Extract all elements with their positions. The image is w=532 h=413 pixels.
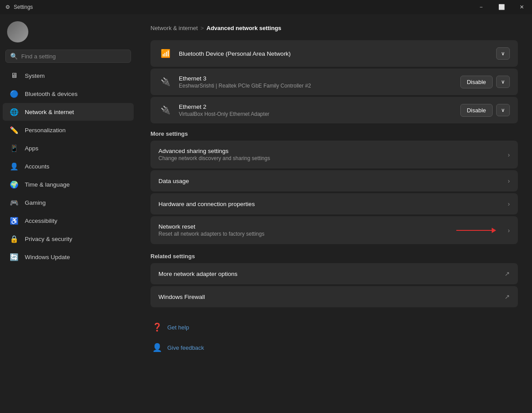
bottom-link-give-feedback[interactable]: 👤 Give feedback: [150, 338, 518, 357]
more-setting-advanced-sharing[interactable]: Advanced sharing settings Change network…: [150, 141, 518, 168]
nav-label-apps: Apps: [25, 145, 39, 152]
chevron-right-icon: ›: [508, 200, 510, 207]
more-title-advanced-sharing: Advanced sharing settings: [158, 148, 501, 154]
adapter-card-ethernet3[interactable]: 🔌 Ethernet 3 EeshwarSrishti | Realtek PC…: [150, 69, 518, 95]
more-title-hardware-props: Hardware and connection properties: [158, 201, 501, 207]
adapter-title-ethernet2: Ethernet 2: [179, 103, 454, 110]
sidebar-item-system[interactable]: 🖥 System: [3, 67, 134, 84]
titlebar-left: ⚙ Settings: [5, 4, 33, 10]
reset-subtitle: Reset all network adapters to factory se…: [158, 231, 450, 237]
related-settings-list: More network adapter options ↗ Windows F…: [150, 263, 518, 307]
adapter-icon-ethernet2: 🔌: [158, 103, 173, 117]
sidebar-item-gaming[interactable]: 🎮 Gaming: [3, 194, 134, 211]
bottom-link-icon-get-help: ❓: [152, 322, 162, 332]
avatar: [7, 21, 28, 42]
breadcrumb-separator: >: [200, 25, 204, 31]
chevron-right-icon: ›: [508, 151, 510, 158]
more-setting-network-reset[interactable]: Network reset Reset all network adapters…: [150, 216, 518, 244]
disable-button-ethernet2[interactable]: Disable: [460, 104, 493, 117]
nav-label-gaming: Gaming: [25, 199, 46, 206]
more-title-data-usage: Data usage: [158, 178, 501, 184]
arrow-line: [456, 230, 492, 231]
search-icon: 🔍: [10, 53, 18, 60]
related-card-more-adapter-options[interactable]: More network adapter options ↗: [150, 263, 518, 284]
disable-button-ethernet3[interactable]: Disable: [460, 76, 493, 88]
nav-label-windowsupdate: Windows Update: [25, 254, 70, 260]
titlebar-controls: − ⬜ ✕: [471, 0, 532, 14]
nav-icon-system: 🖥: [10, 71, 19, 80]
adapter-icon-bluetooth-pan: 📶: [158, 46, 173, 61]
nav-icon-accessibility: ♿: [10, 216, 19, 225]
bottom-links: ❓ Get help 👤 Give feedback: [150, 318, 518, 357]
external-link-icon: ↗: [505, 293, 510, 300]
more-setting-data-usage[interactable]: Data usage ›: [150, 170, 518, 191]
sidebar-item-personalization[interactable]: ✏️ Personalization: [3, 121, 134, 139]
user-profile: [0, 14, 136, 48]
chevron-right-icon: ›: [508, 177, 510, 184]
more-setting-hardware-props[interactable]: Hardware and connection properties ›: [150, 193, 518, 214]
expand-button-ethernet2[interactable]: ∨: [496, 104, 510, 116]
related-card-windows-firewall[interactable]: Windows Firewall ↗: [150, 286, 518, 307]
maximize-button[interactable]: ⬜: [491, 0, 512, 14]
nav-label-personalization: Personalization: [25, 127, 66, 134]
adapter-actions-bluetooth-pan: ∨: [496, 47, 510, 60]
arrow-head-icon: [492, 228, 496, 233]
nav-label-privacy: Privacy & security: [25, 236, 72, 242]
avatar-inner: [7, 21, 28, 42]
adapter-subtitle-ethernet2: VirtualBox Host-Only Ethernet Adapter: [179, 111, 454, 117]
breadcrumb-current: Advanced network settings: [207, 25, 281, 31]
sidebar-item-accounts[interactable]: 👤 Accounts: [3, 157, 134, 175]
sidebar-item-windowsupdate[interactable]: 🔄 Windows Update: [3, 248, 134, 266]
nav-icon-bluetooth: 🔵: [10, 89, 19, 98]
search-input[interactable]: [21, 53, 126, 60]
sidebar-item-network[interactable]: 🌐 Network & internet: [3, 103, 134, 121]
nav-label-accounts: Accounts: [25, 163, 50, 170]
sidebar-item-apps[interactable]: 📱 Apps: [3, 139, 134, 157]
nav-icon-gaming: 🎮: [10, 198, 19, 207]
nav-icon-personalization: ✏️: [10, 126, 19, 134]
adapter-card-bluetooth-pan[interactable]: 📶 Bluetooth Device (Personal Area Networ…: [150, 40, 518, 67]
bottom-link-get-help[interactable]: ❓ Get help: [150, 318, 518, 337]
adapter-card-ethernet2[interactable]: 🔌 Ethernet 2 VirtualBox Host-Only Ethern…: [150, 97, 518, 123]
nav-icon-network: 🌐: [10, 107, 19, 116]
more-subtitle-advanced-sharing: Change network discovery and sharing set…: [158, 155, 501, 161]
bottom-link-label-give-feedback: Give feedback: [167, 344, 204, 351]
nav-label-bluetooth: Bluetooth & devices: [25, 91, 77, 97]
chevron-down-icon: ∨: [501, 79, 505, 85]
bottom-link-label-get-help: Get help: [167, 324, 189, 331]
sidebar: 🔍 🖥 System 🔵 Bluetooth & devices 🌐 Netwo…: [0, 14, 136, 413]
content-area: Network & internet > Advanced network se…: [136, 14, 532, 413]
adapter-icon-ethernet3: 🔌: [158, 75, 173, 89]
settings-icon: ⚙: [5, 4, 10, 10]
sidebar-item-bluetooth[interactable]: 🔵 Bluetooth & devices: [3, 85, 134, 103]
nav-label-accessibility: Accessibility: [25, 218, 58, 224]
nav-icon-privacy: 🔒: [10, 234, 19, 243]
minimize-button[interactable]: −: [471, 0, 491, 14]
more-settings-list: Advanced sharing settings Change network…: [150, 141, 518, 244]
expand-button-ethernet3[interactable]: ∨: [496, 76, 510, 88]
breadcrumb-parent[interactable]: Network & internet: [150, 25, 198, 31]
breadcrumb: Network & internet > Advanced network se…: [150, 25, 518, 31]
adapter-title-bluetooth-pan: Bluetooth Device (Personal Area Network): [179, 50, 490, 57]
search-box[interactable]: 🔍: [5, 50, 131, 63]
nav-icon-windowsupdate: 🔄: [10, 252, 19, 261]
chevron-down-icon: ∨: [501, 107, 505, 113]
related-settings-label: Related settings: [150, 253, 518, 260]
related-title-more-adapter-options: More network adapter options: [158, 271, 498, 277]
app-body: 🔍 🖥 System 🔵 Bluetooth & devices 🌐 Netwo…: [0, 14, 532, 413]
sidebar-item-privacy[interactable]: 🔒 Privacy & security: [3, 230, 134, 248]
nav-icon-accounts: 👤: [10, 162, 19, 171]
expand-button-bluetooth-pan[interactable]: ∨: [496, 47, 510, 60]
adapter-subtitle-ethernet3: EeshwarSrishti | Realtek PCIe GbE Family…: [179, 83, 454, 89]
adapter-actions-ethernet3: Disable∨: [460, 76, 510, 88]
nav-icon-time: 🌍: [10, 180, 19, 189]
related-title-windows-firewall: Windows Firewall: [158, 294, 498, 300]
adapter-actions-ethernet2: Disable∨: [460, 104, 510, 117]
close-button[interactable]: ✕: [512, 0, 532, 14]
page-header: Network & internet > Advanced network se…: [150, 14, 518, 40]
sidebar-item-accessibility[interactable]: ♿ Accessibility: [3, 212, 134, 229]
external-link-icon: ↗: [505, 270, 510, 277]
adapter-title-ethernet3: Ethernet 3: [179, 75, 454, 82]
sidebar-item-time[interactable]: 🌍 Time & language: [3, 176, 134, 193]
nav-list: 🖥 System 🔵 Bluetooth & devices 🌐 Network…: [0, 66, 136, 266]
